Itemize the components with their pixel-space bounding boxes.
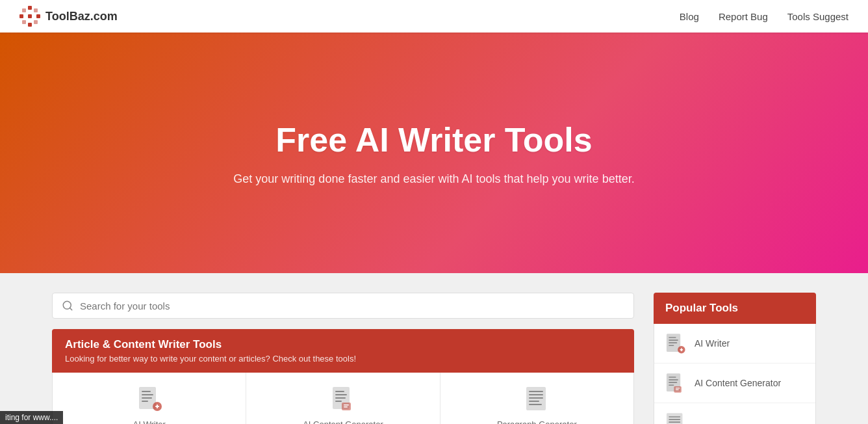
tool-name-paragraph: Paragraph Generator: [497, 419, 577, 424]
svg-rect-43: [669, 379, 678, 380]
svg-rect-12: [142, 391, 151, 392]
logo-area[interactable]: ToolBaz.com: [19, 6, 118, 27]
svg-rect-15: [142, 401, 148, 402]
svg-rect-22: [335, 397, 346, 399]
svg-rect-47: [676, 388, 680, 388]
popular-icon-ai-content: [663, 371, 687, 395]
svg-rect-35: [669, 339, 678, 341]
svg-rect-25: [344, 404, 349, 406]
logo-text: ToolBaz.com: [45, 10, 118, 23]
tool-name-ai-writer: AI Writer: [133, 419, 166, 424]
search-icon: [62, 300, 73, 311]
svg-rect-45: [669, 384, 674, 386]
popular-item-ai-writer[interactable]: AI Writer: [654, 324, 815, 364]
left-panel: Article & Content Writer Tools Looking f…: [52, 293, 634, 424]
popular-item-name-ai-writer: AI Writer: [695, 338, 730, 349]
hero-title: Free AI Writer Tools: [275, 120, 592, 159]
main-header: ToolBaz.com Blog Report Bug Tools Sugges…: [0, 0, 868, 33]
svg-rect-44: [669, 382, 677, 383]
hero-section: Free AI Writer Tools Get your writing do…: [0, 33, 868, 273]
svg-rect-23: [335, 401, 342, 402]
category-block: Article & Content Writer Tools Looking f…: [52, 329, 634, 424]
svg-rect-4: [36, 14, 40, 18]
svg-rect-30: [529, 397, 543, 399]
tool-icon-ai-writer: [135, 384, 164, 413]
nav-blog[interactable]: Blog: [680, 11, 699, 22]
svg-rect-20: [335, 391, 344, 392]
popular-item-ai-content[interactable]: AI Content Generator: [654, 364, 815, 403]
svg-rect-21: [335, 394, 347, 395]
svg-rect-28: [529, 391, 543, 392]
svg-rect-36: [669, 342, 677, 343]
svg-rect-34: [669, 337, 676, 338]
svg-rect-0: [28, 6, 32, 10]
category-header: Article & Content Writer Tools Looking f…: [52, 329, 634, 373]
popular-tools-list: AI Writer AI Content Generator: [654, 324, 816, 424]
search-bar: [52, 293, 634, 319]
hero-subtitle: Get your writing done faster and easier …: [233, 172, 634, 186]
svg-rect-26: [344, 406, 348, 408]
svg-rect-50: [669, 416, 680, 417]
popular-item-name-ai-content: AI Content Generator: [695, 378, 781, 388]
svg-rect-37: [669, 345, 674, 346]
svg-rect-13: [142, 394, 153, 395]
status-bar: iting for www....: [0, 411, 63, 424]
svg-rect-18: [157, 404, 158, 408]
svg-rect-8: [34, 20, 38, 24]
svg-line-10: [70, 308, 71, 310]
popular-icon-ai-writer: [663, 332, 687, 355]
popular-tools-header: Popular Tools: [654, 293, 816, 324]
svg-rect-32: [529, 404, 542, 405]
popular-item-third[interactable]: [654, 403, 815, 424]
svg-rect-51: [669, 419, 680, 420]
svg-rect-29: [529, 394, 543, 395]
category-desc: Looking for better way to write your con…: [65, 354, 621, 364]
popular-icon-third: [663, 411, 687, 424]
svg-rect-42: [669, 377, 676, 378]
svg-rect-5: [22, 8, 26, 12]
tool-icon-paragraph: [522, 384, 551, 413]
svg-rect-6: [34, 8, 38, 12]
tool-icon-ai-content: [329, 384, 357, 413]
nav-tools-suggest[interactable]: Tools Suggest: [787, 11, 849, 22]
svg-rect-3: [19, 14, 23, 18]
nav-links: Blog Report Bug Tools Suggest: [680, 11, 849, 22]
nav-report-bug[interactable]: Report Bug: [719, 11, 768, 22]
tool-card-ai-content[interactable]: AI Content Generator: [246, 373, 440, 424]
svg-rect-14: [142, 397, 152, 399]
tools-row: AI Writer AI Content Generator: [52, 373, 634, 424]
tool-card-ai-writer[interactable]: AI Writer: [53, 373, 246, 424]
svg-rect-48: [676, 390, 679, 390]
right-panel: Popular Tools AI Writer: [654, 293, 816, 424]
svg-rect-7: [22, 20, 26, 24]
search-input[interactable]: [80, 300, 624, 311]
svg-rect-52: [669, 421, 680, 423]
tool-name-ai-content: AI Content Generator: [303, 419, 383, 424]
svg-rect-1: [28, 14, 32, 18]
svg-rect-31: [529, 401, 539, 402]
tool-card-paragraph[interactable]: Paragraph Generator: [440, 373, 633, 424]
category-title: Article & Content Writer Tools: [65, 338, 621, 351]
svg-rect-2: [28, 23, 32, 27]
main-content: Article & Content Writer Tools Looking f…: [0, 273, 868, 424]
svg-rect-40: [681, 348, 682, 351]
logo-icon: [19, 6, 40, 27]
